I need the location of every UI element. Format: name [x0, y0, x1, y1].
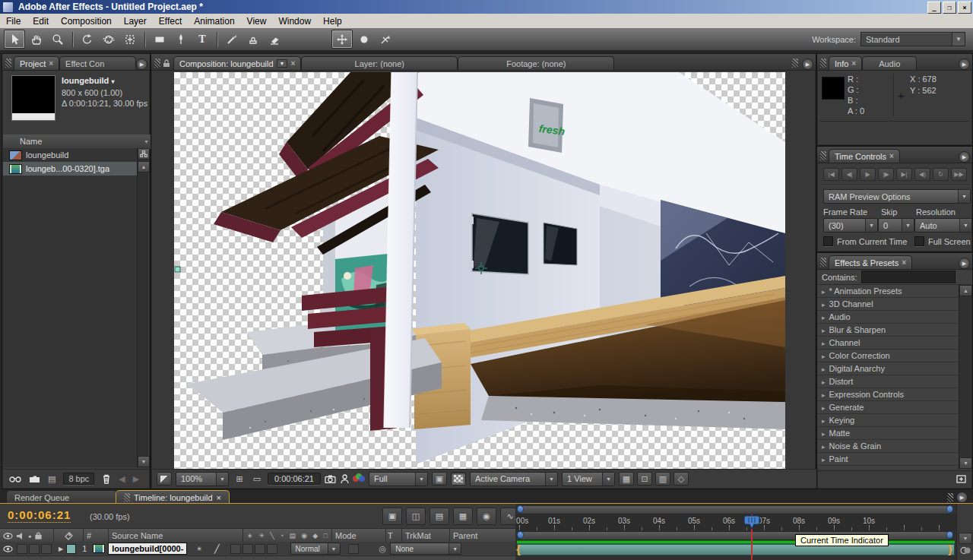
- timeline-option-icon[interactable]: ◉: [477, 508, 496, 525]
- text-tool[interactable]: T: [192, 30, 212, 48]
- project-item-composition[interactable]: loungebuild: [3, 148, 137, 162]
- lock-icon[interactable]: [163, 59, 170, 68]
- from-current-time-option[interactable]: From Current Time: [823, 236, 907, 246]
- transport-button[interactable]: ▶▶: [951, 168, 967, 181]
- navigator-start-handle[interactable]: [517, 505, 524, 513]
- effects-category[interactable]: Channel: [817, 337, 959, 350]
- frame-rate-dropdown[interactable]: (30) ▼: [823, 218, 878, 233]
- trash-icon[interactable]: [102, 474, 111, 484]
- out-point-brace[interactable]: }: [948, 543, 952, 555]
- motion-blur-switch[interactable]: [255, 544, 265, 554]
- close-icon[interactable]: ×: [851, 59, 856, 68]
- timeline-option-icon[interactable]: ◫: [406, 508, 426, 525]
- lock-icon[interactable]: [35, 532, 42, 539]
- eye-icon[interactable]: [3, 533, 13, 539]
- comp-viewer-image[interactable]: fresh: [174, 72, 785, 469]
- effects-category[interactable]: Blur & Sharpen: [817, 324, 959, 337]
- new-folder-icon[interactable]: [29, 475, 40, 483]
- panel-menu[interactable]: ▶: [789, 59, 816, 70]
- viewer-option-icon[interactable]: ◇: [673, 472, 689, 486]
- resolution-dropdown[interactable]: Full ▼: [369, 472, 428, 486]
- magnification-icon[interactable]: [157, 472, 172, 486]
- zoom-dropdown[interactable]: 100% ▼: [176, 472, 229, 486]
- new-preset-icon[interactable]: [956, 475, 966, 483]
- effects-category[interactable]: Digital Anarchy: [817, 362, 959, 375]
- tab-time-controls[interactable]: Time Controls ×: [829, 149, 900, 163]
- audio-icon[interactable]: [17, 533, 24, 539]
- menu-item[interactable]: Help: [317, 14, 348, 28]
- panel-menu-icon[interactable]: ▶: [959, 59, 970, 70]
- minimize-button[interactable]: _: [927, 2, 941, 14]
- current-time-indicator-handle[interactable]: [743, 515, 760, 530]
- work-area-end-handle[interactable]: [946, 531, 953, 539]
- rotation-tool[interactable]: [78, 30, 97, 48]
- effects-category[interactable]: Keying: [817, 414, 959, 427]
- timeline-graph-area[interactable]: 0:00s01s02s03s04s05s06s07s08s09s10s { } …: [515, 504, 956, 560]
- menu-item[interactable]: Layer: [118, 14, 153, 28]
- effects-category[interactable]: Matte: [817, 427, 959, 440]
- tab-info[interactable]: Info ×: [829, 56, 862, 70]
- tab-effect-controls[interactable]: Effect Con: [59, 56, 136, 70]
- trkmat-switch[interactable]: [348, 544, 359, 554]
- pan-behind-tool[interactable]: [120, 30, 140, 48]
- pen-tool[interactable]: [171, 30, 191, 48]
- transport-button[interactable]: ▶: [860, 168, 876, 181]
- panel-menu-icon[interactable]: ▶: [959, 258, 970, 269]
- navigator-end-handle[interactable]: [946, 505, 953, 513]
- solo-icon[interactable]: ●: [28, 533, 31, 539]
- close-icon[interactable]: ×: [290, 59, 295, 68]
- transport-button[interactable]: |◀: [823, 168, 839, 181]
- ram-preview-dropdown[interactable]: RAM Preview Options ▼: [823, 189, 971, 204]
- effects-category[interactable]: Paint: [817, 453, 959, 466]
- current-time-display[interactable]: 0:00:06:21: [8, 508, 71, 523]
- panel-menu-icon[interactable]: ▶: [956, 492, 968, 503]
- tab-project[interactable]: Project ×: [14, 56, 59, 70]
- full-screen-checkbox[interactable]: [914, 236, 924, 246]
- full-screen-option[interactable]: Full Screen: [914, 236, 971, 246]
- effects-category[interactable]: Noise & Grain: [817, 440, 959, 453]
- effects-category[interactable]: Generate: [817, 401, 959, 414]
- menu-item[interactable]: Composition: [55, 14, 118, 28]
- clone-stamp-tool[interactable]: [243, 30, 263, 48]
- region-of-interest-icon[interactable]: ▣: [432, 472, 447, 486]
- layer-name[interactable]: loungebuild[0000-: [108, 543, 187, 555]
- panel-menu[interactable]: ▶: [136, 59, 150, 70]
- panel-grip-icon[interactable]: [820, 151, 826, 160]
- camera-track-tool[interactable]: [331, 30, 353, 49]
- transport-button[interactable]: ↻: [933, 168, 949, 181]
- panel-menu[interactable]: ▶: [947, 492, 970, 503]
- rectangle-mask-tool[interactable]: [150, 30, 170, 48]
- show-snapshot-icon[interactable]: [341, 474, 349, 483]
- menu-item[interactable]: Window: [272, 14, 317, 28]
- timeline-option-icon[interactable]: ▤: [429, 508, 449, 525]
- panel-menu-icon[interactable]: ▶: [959, 151, 970, 163]
- menu-item[interactable]: Animation: [188, 14, 240, 28]
- snapshot-camera-icon[interactable]: [325, 475, 337, 483]
- restore-button[interactable]: ❐: [943, 2, 956, 14]
- safe-margins-icon[interactable]: ⊞: [233, 473, 246, 485]
- contains-input[interactable]: [861, 271, 956, 283]
- tab-render-queue[interactable]: Render Queue: [6, 490, 117, 504]
- chevron-down-icon[interactable]: ▼: [277, 59, 288, 68]
- layer-duration-bar[interactable]: [517, 543, 955, 555]
- project-scrollbar[interactable]: ▲ ▼: [137, 148, 148, 467]
- flowchart-icon[interactable]: [138, 148, 150, 160]
- brush-tool[interactable]: [222, 30, 242, 48]
- close-icon[interactable]: ×: [902, 258, 906, 267]
- expand-icon[interactable]: ▶: [59, 546, 63, 552]
- time-ruler[interactable]: 0:00s01s02s03s04s05s06s07s08s09s10s: [515, 514, 956, 531]
- eye-icon[interactable]: [3, 546, 13, 552]
- layer-row[interactable]: ▶ 1 loungebuild[0000- ∗ ╱ Normal ▼ ◎ Non…: [0, 542, 515, 556]
- camera-orbit-icon[interactable]: [354, 30, 374, 48]
- view-layout-dropdown[interactable]: 1 View ▼: [562, 472, 615, 486]
- nav-left-icon[interactable]: ◀: [119, 474, 125, 484]
- transport-button[interactable]: |▶: [878, 168, 894, 181]
- transparency-grid-icon[interactable]: [451, 472, 466, 486]
- effects-scrollbar[interactable]: ▲ ▼: [959, 285, 971, 469]
- tab-effects-presets[interactable]: Effects & Presets ×: [829, 255, 912, 269]
- scroll-down-icon[interactable]: ▼: [138, 456, 150, 467]
- find-icon[interactable]: [9, 474, 21, 483]
- effects-category[interactable]: Color Correction: [817, 350, 959, 362]
- viewer-time[interactable]: 0:00:06:21: [268, 473, 321, 485]
- skip-dropdown[interactable]: 0 ▼: [878, 218, 914, 233]
